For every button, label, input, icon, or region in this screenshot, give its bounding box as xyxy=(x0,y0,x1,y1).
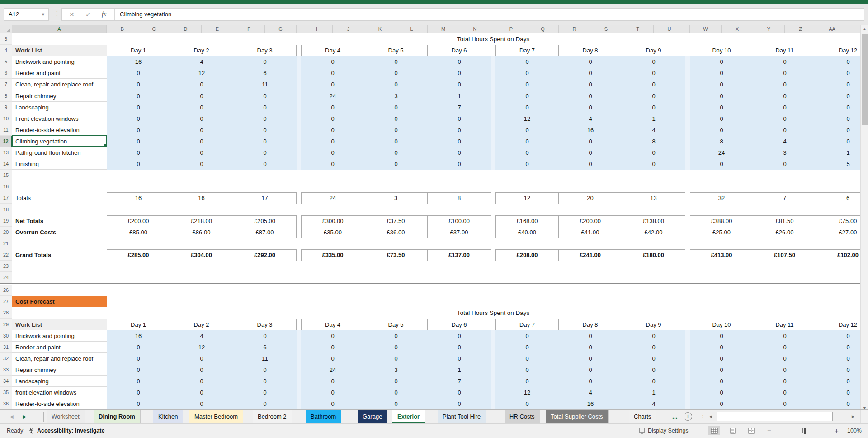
overrun-costs-row-value[interactable]: £86.00 xyxy=(170,227,233,238)
overrun-costs-row-label[interactable]: Overrun Costs xyxy=(12,227,107,238)
table1-day-header[interactable]: Day 4 xyxy=(301,45,364,57)
row-header-33[interactable]: 33 xyxy=(0,364,12,376)
table1-row-value[interactable]: 0 xyxy=(622,158,685,170)
net-totals-row-value[interactable]: £168.00 xyxy=(495,215,559,227)
table2-row-value[interactable]: 12 xyxy=(495,387,559,398)
column-header-H[interactable] xyxy=(297,25,301,33)
table1-row-value[interactable]: 24 xyxy=(690,147,753,158)
table1-row-value[interactable]: 0 xyxy=(107,79,170,90)
table2-row-value[interactable]: 0 xyxy=(559,353,622,364)
column-header-K[interactable]: K xyxy=(364,25,396,33)
table1-row-value[interactable]: 0 xyxy=(753,56,816,67)
table2-row-value[interactable]: 0 xyxy=(690,376,753,387)
table1-row-value[interactable]: 0 xyxy=(170,90,233,102)
table2-row-value[interactable]: 0 xyxy=(622,342,685,353)
row-header-11[interactable]: 11 xyxy=(0,124,12,136)
table2-row-value[interactable]: 0 xyxy=(559,342,622,353)
horizontal-scrollbar-thumb[interactable] xyxy=(717,412,833,421)
net-totals-row-value[interactable]: £200.00 xyxy=(558,215,622,227)
column-header-W[interactable]: W xyxy=(690,25,722,33)
overrun-costs-row-value[interactable]: £41.00 xyxy=(558,227,622,238)
column-header-S[interactable]: S xyxy=(590,25,622,33)
table1-row-value[interactable]: 0 xyxy=(559,56,622,67)
table1-row-label[interactable]: Repair chimney xyxy=(12,90,107,102)
table2-row-value[interactable]: 0 xyxy=(816,387,860,398)
column-header-F[interactable]: F xyxy=(233,25,265,33)
formula-bar[interactable]: ✕ ✓ fx Climbing vegetation xyxy=(61,8,864,21)
table2-row-value[interactable]: 0 xyxy=(301,353,364,364)
table2-row-value[interactable]: 0 xyxy=(301,330,364,342)
net-totals-row-value[interactable]: £100.00 xyxy=(427,215,491,227)
row-header-31[interactable]: 31 xyxy=(0,342,12,353)
table2-row-value[interactable]: 0 xyxy=(364,353,428,364)
table1-row-label[interactable]: Finishing xyxy=(12,158,107,170)
table1-row-label[interactable]: Render-to-side elevation xyxy=(12,124,107,136)
table2-row-value[interactable]: 0 xyxy=(690,342,753,353)
table1-row-value[interactable]: 0 xyxy=(107,147,170,158)
overrun-costs-row-value[interactable]: £42.00 xyxy=(622,227,685,238)
table2-row-value[interactable]: 0 xyxy=(690,364,753,376)
table1-row-value[interactable]: 1 xyxy=(816,147,860,158)
table2-row-value[interactable]: 0 xyxy=(428,342,491,353)
table1-row-value[interactable]: 0 xyxy=(107,136,170,147)
table1-row-value[interactable]: 0 xyxy=(301,102,364,113)
table1-row-label[interactable]: Brickwork and pointing xyxy=(12,56,107,67)
grand-totals-row-value[interactable]: £304.00 xyxy=(170,249,233,261)
row-header-29[interactable]: 29 xyxy=(0,319,12,330)
row-header-34[interactable]: 34 xyxy=(0,376,12,387)
table1-day-header[interactable]: Day 3 xyxy=(233,45,297,57)
net-totals-row-value[interactable]: £138.00 xyxy=(622,215,685,227)
row-header-26[interactable]: 26 xyxy=(0,285,12,296)
overrun-costs-row-value[interactable]: £26.00 xyxy=(753,227,816,238)
table2-day-header[interactable]: Day 7 xyxy=(495,319,559,331)
table1-row-value[interactable]: 0 xyxy=(753,102,816,113)
table1-row-value[interactable]: 0 xyxy=(816,79,860,90)
net-totals-row-value[interactable]: £218.00 xyxy=(170,215,233,227)
table1-row-value[interactable]: 0 xyxy=(170,102,233,113)
row-header-30[interactable]: 30 xyxy=(0,330,12,342)
table1-row-label[interactable]: Path ground floor kitchen xyxy=(12,147,107,158)
table2-day-header[interactable]: Day 1 xyxy=(107,319,170,331)
table1-day-header[interactable]: Day 7 xyxy=(495,45,559,57)
table2-day-header[interactable]: Day 12 xyxy=(816,319,860,331)
row-header-14[interactable]: 14 xyxy=(0,158,12,170)
net-totals-row-value[interactable]: £205.00 xyxy=(233,215,297,227)
sheet-tab-total-supplier-costs[interactable]: Total Supplier Costs xyxy=(546,410,609,423)
zoom-out-icon[interactable]: − xyxy=(767,424,771,438)
zoom-in-icon[interactable]: + xyxy=(835,424,839,438)
grand-totals-row-value[interactable]: £137.00 xyxy=(427,249,491,261)
row-header-8[interactable]: 8 xyxy=(0,90,12,102)
table1-row-value[interactable]: 0 xyxy=(233,158,297,170)
column-header-D[interactable]: D xyxy=(170,25,202,33)
table1-row-value[interactable]: 0 xyxy=(301,158,364,170)
table1-row-value[interactable]: 0 xyxy=(753,79,816,90)
table1-row-value[interactable]: 8 xyxy=(690,136,753,147)
table1-row-value[interactable]: 0 xyxy=(428,124,491,136)
selected-cell-A12[interactable] xyxy=(12,135,107,147)
table1-row-value[interactable]: 0 xyxy=(753,67,816,79)
table1-row-value[interactable]: 0 xyxy=(495,56,559,67)
overrun-costs-row-value[interactable]: £35.00 xyxy=(301,227,364,238)
row-header-16[interactable]: 16 xyxy=(0,181,12,192)
table2-row-value[interactable]: 0 xyxy=(364,376,428,387)
table2-row-value[interactable]: 0 xyxy=(107,398,170,409)
table1-row-value[interactable]: 0 xyxy=(622,147,685,158)
table2-row-value[interactable]: 0 xyxy=(107,364,170,376)
column-header-Y[interactable]: Y xyxy=(753,25,785,33)
table2-row-value[interactable]: 0 xyxy=(559,330,622,342)
table2-row-value[interactable]: 0 xyxy=(428,387,491,398)
sheet-tab-master-bedroom[interactable]: Master Bedroom xyxy=(189,410,243,423)
row-header-36[interactable]: 36 xyxy=(0,398,12,409)
table2-row-value[interactable]: 4 xyxy=(559,387,622,398)
row-header-9[interactable]: 9 xyxy=(0,102,12,113)
table1-row-value[interactable]: 0 xyxy=(107,158,170,170)
table2-row-value[interactable]: 0 xyxy=(233,330,297,342)
row-header-32[interactable]: 32 xyxy=(0,353,12,364)
column-header-G[interactable]: G xyxy=(265,25,297,33)
row-header-4[interactable]: 4 xyxy=(0,45,12,56)
grand-totals-row-value[interactable]: £285.00 xyxy=(107,249,170,261)
table1-row-value[interactable]: 0 xyxy=(233,124,297,136)
table1-row-value[interactable]: 0 xyxy=(107,90,170,102)
totals-row-value[interactable]: 20 xyxy=(558,192,622,204)
table1-row-value[interactable]: 12 xyxy=(495,113,559,124)
